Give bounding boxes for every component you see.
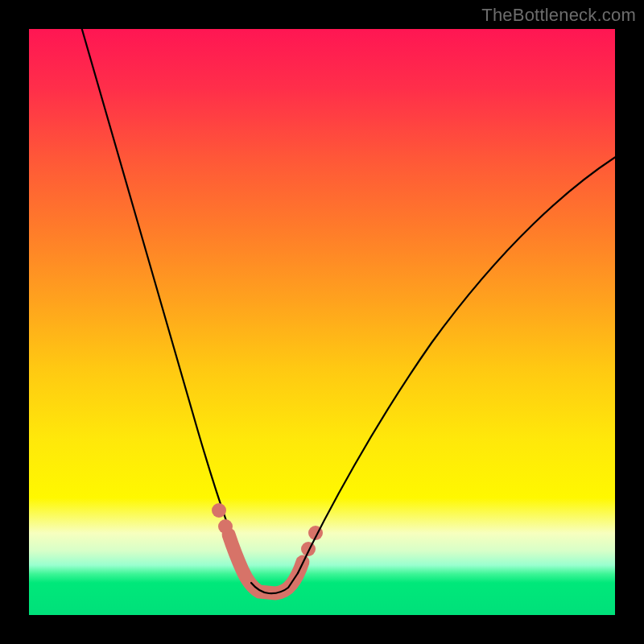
marker-dot xyxy=(212,503,226,518)
curve-left-branch xyxy=(77,29,251,583)
marker-dot xyxy=(218,519,233,534)
curve-right-branch xyxy=(298,142,615,573)
chart-frame: TheBottleneck.com xyxy=(0,0,644,644)
watermark-text: TheBottleneck.com xyxy=(481,5,636,26)
bottleneck-curve-svg xyxy=(29,29,615,615)
plot-area xyxy=(29,29,615,615)
trough-highlight xyxy=(229,535,303,593)
marker-dot xyxy=(301,542,316,556)
